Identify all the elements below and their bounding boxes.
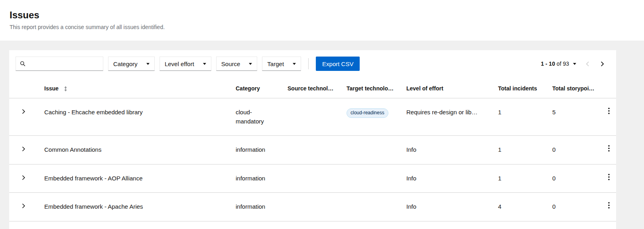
column-header-total-storypoints: Total storypoi… [546,77,602,98]
issue-cell: Caching - Ehcache embedded library [38,98,229,136]
level-of-effort-cell: Info [400,193,492,221]
pagination-menu-toggle[interactable]: 1 - 10 of 93 [537,57,580,70]
chevron-down-icon [203,63,206,65]
issue-cell: Embedded framework - Apache Aries [38,193,229,221]
actions-column-header [602,77,616,98]
total-storypoints-cell: 5 [546,98,602,136]
target-technology-cell [340,164,400,193]
target-technology-label: cloud-readiness [347,108,388,118]
caret-down-icon [573,63,576,65]
page-subtitle: This report provides a concise summary o… [10,24,634,30]
row-actions-kebab-button[interactable] [604,105,614,117]
toolbar: Category Level effort Source Target Expo… [9,50,616,77]
issues-card: Category Level effort Source Target Expo… [9,50,616,229]
expand-column-header [9,77,38,98]
total-incidents-cell: 4 [492,193,546,221]
source-technology-cell [281,193,340,221]
target-technology-cell [340,136,400,164]
target-technology-cell [340,193,400,221]
issues-table: Issue Category Source technol… Target te… [9,77,616,221]
category-cell: cloud-mandatory [229,98,281,136]
source-technology-cell [281,98,340,136]
filter-dropdown-source[interactable]: Source [216,57,258,71]
next-page-button[interactable] [595,58,610,70]
level-of-effort-cell: Info [400,164,492,193]
column-header-total-incidents: Total incidents [492,77,546,98]
total-incidents-cell: 1 [492,98,546,136]
filter-dropdown-level-effort[interactable]: Level effort [160,57,211,71]
filter-dropdown-level-effort-label: Level effort [165,61,194,67]
column-header-issue[interactable]: Issue [38,77,229,98]
column-header-level-of-effort: Level of effort [400,77,492,98]
table-header-row: Issue Category Source technol… Target te… [9,77,616,98]
table-row: Embedded framework - Apache Aries inform… [9,193,616,221]
search-icon [20,61,26,67]
filter-dropdown-category[interactable]: Category [108,57,155,71]
sort-icon[interactable] [63,86,68,92]
category-cell: information [229,193,281,221]
export-csv-button[interactable]: Export CSV [316,57,360,71]
table-row: Caching - Ehcache embedded library cloud… [9,98,616,136]
total-incidents-cell: 1 [492,136,546,164]
search-input[interactable] [29,61,99,67]
category-cell: information [229,164,281,193]
table-row: Common Annotations information Info 1 0 [9,136,616,164]
pagination-total: 93 [563,61,569,67]
column-header-source-technology: Source technol… [281,77,340,98]
search-box [16,57,103,71]
filter-dropdown-target[interactable]: Target [262,57,301,71]
page-title: Issues [10,10,634,21]
row-actions-kebab-button[interactable] [604,200,614,211]
filter-dropdown-source-label: Source [221,61,240,67]
column-header-issue-label: Issue [44,85,59,92]
table-row: Embedded framework - AOP Alliance inform… [9,164,616,193]
filter-dropdown-category-label: Category [113,61,138,67]
chevron-down-icon [146,63,150,65]
row-actions-kebab-button[interactable] [604,143,614,154]
target-technology-cell: cloud-readiness [340,98,400,136]
page-header: Issues This report provides a concise su… [0,0,644,41]
pagination-of-label: of [557,61,561,67]
source-technology-cell [281,136,340,164]
previous-page-button[interactable] [580,58,595,70]
expand-row-button[interactable] [18,172,30,183]
chevron-down-icon [293,63,296,65]
expand-row-button[interactable] [18,144,30,154]
column-header-target-technology: Target technolo… [340,77,400,98]
total-storypoints-cell: 0 [546,136,602,164]
filter-dropdown-target-label: Target [267,61,284,67]
total-storypoints-cell: 0 [546,193,602,221]
pagination-range: 1 - 10 [541,61,555,67]
source-technology-cell [281,164,340,193]
pagination: 1 - 10 of 93 [537,57,610,70]
expand-row-button[interactable] [18,106,30,117]
total-incidents-cell: 1 [492,164,546,193]
issue-cell: Embedded framework - AOP Alliance [38,164,229,193]
content-area: Category Level effort Source Target Expo… [0,41,644,229]
level-of-effort-cell: Info [400,136,492,164]
total-storypoints-cell: 0 [546,164,602,193]
chevron-down-icon [249,63,252,65]
level-of-effort-cell: Requires re-design or lib… [400,98,492,136]
category-cell: information [229,136,281,164]
expand-row-button[interactable] [18,201,30,211]
column-header-category: Category [229,77,281,98]
toolbar-divider [308,58,309,69]
row-actions-kebab-button[interactable] [604,171,614,183]
issue-cell: Common Annotations [38,136,229,164]
